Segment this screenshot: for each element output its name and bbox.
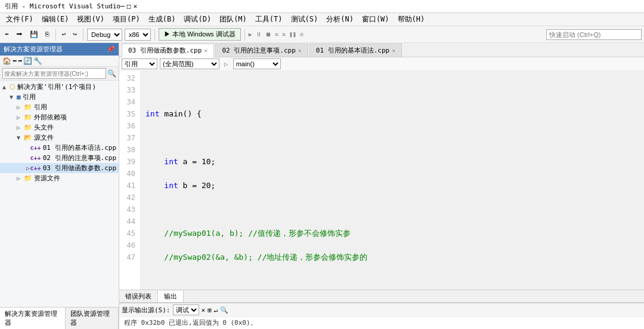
tab-bar: 03 引用做函数参数.cpp ✕ 02 引用的注意事项.cpp ✕ 01 引用的… <box>119 43 644 57</box>
tree-item-cpp03[interactable]: ▷ c++ 03 引用做函数参数.cpp <box>0 163 119 173</box>
scope-select[interactable]: 引用 <box>122 59 157 69</box>
search-icon[interactable]: 🔍 <box>107 69 116 78</box>
menu-build[interactable]: 生成(B) <box>145 13 179 26</box>
menu-debug[interactable]: 调试(D) <box>180 13 215 26</box>
output-source-select[interactable]: 调试 <box>173 305 199 315</box>
tree-label: 源文件 <box>34 133 54 142</box>
solution-icon: ⬡ <box>10 83 16 91</box>
maximize-btn[interactable]: □ <box>127 2 131 10</box>
cpp-icon: c++ <box>30 165 41 171</box>
tab-cpp03[interactable]: 03 引用做函数参数.cpp ✕ <box>122 44 214 57</box>
config-select[interactable]: Debug <box>87 29 122 41</box>
sidebar-sync-icon[interactable]: 🔄 <box>23 57 32 65</box>
tab-label: 01 引用的基本语法.cpp <box>316 46 389 55</box>
tree-label: 外部依赖项 <box>34 113 67 122</box>
code-line-36: int b = 20; <box>145 180 644 192</box>
code-editor[interactable]: int main() { int a = 10; int b = 20; //m… <box>141 71 644 290</box>
tree-item-source[interactable]: ▼ 📂 源文件 <box>0 133 119 143</box>
platform-select[interactable]: x86 <box>125 29 151 41</box>
tree-label: 引用 <box>34 103 47 112</box>
code-line-34 <box>145 132 644 144</box>
main-content: 解决方案资源管理器 📌 🏠 ⬅ ➡ 🔄 🔧 🔍 ▲ ⬡ 解决方案'引用'(1个项… <box>0 43 644 329</box>
sep2 <box>83 29 83 41</box>
output-find-icon[interactable]: 🔍 <box>220 306 228 314</box>
code-body: 32 33 34 35 36 37 38 39 40 41 42 43 44 4… <box>119 71 644 290</box>
tab-output[interactable]: 输出 <box>158 291 184 302</box>
tree-arrow: ▷ <box>17 104 24 110</box>
minimize-btn[interactable]: ─ <box>120 2 125 10</box>
sidebar-tab-solution[interactable]: 解决方案资源管理器 <box>0 308 66 329</box>
menu-file[interactable]: 文件(F) <box>2 13 37 26</box>
sidebar-nav-fwd-icon[interactable]: ➡ <box>18 57 22 65</box>
tab-errors[interactable]: 错误列表 <box>119 291 158 302</box>
output-area: 显示输出源(S): 调试 ✕ ⊞ ↵ 🔍 程序 0x32b0 已退出,返回值为 … <box>119 303 644 329</box>
tree-arrow: ▷ <box>26 165 30 171</box>
title-bar-icons: ─ □ ✕ <box>120 2 137 10</box>
menu-window[interactable]: 窗口(W) <box>358 13 393 26</box>
output-clear-icon[interactable]: ✕ <box>202 306 206 314</box>
tree-item-header[interactable]: ▷ 📁 头文件 <box>0 122 119 133</box>
run-button[interactable]: ▶ 本地 Windows 调试器 <box>159 28 241 41</box>
output-source-label: 显示输出源(S): <box>122 306 171 315</box>
tree-item-ext[interactable]: ▷ 📁 外部依赖项 <box>0 112 119 122</box>
tree-label: 头文件 <box>34 123 54 132</box>
method-select[interactable]: main() <box>233 59 281 69</box>
toolbar-new[interactable]: ⬅ <box>2 29 11 39</box>
tree-item-resource[interactable]: ▷ 📁 资源文件 <box>0 173 119 183</box>
tree-item-project[interactable]: ▼ ■ 引用 <box>0 92 119 102</box>
full-scope-select[interactable]: (全局范围) <box>160 59 219 69</box>
menu-team[interactable]: 团队(M) <box>216 13 250 26</box>
tab-close-icon[interactable]: ✕ <box>392 47 395 54</box>
menu-help[interactable]: 帮助(H) <box>394 13 429 26</box>
sidebar-nav-back-icon[interactable]: ⬅ <box>13 57 17 65</box>
quick-launch-input[interactable] <box>546 29 642 40</box>
folder-icon: 📂 <box>24 134 32 142</box>
tree-item-ref[interactable]: ▷ 📁 引用 <box>0 102 119 112</box>
nav-arrow: ▷ <box>224 60 228 68</box>
title-text: 引用 - Microsoft Visual Studio <box>5 2 120 11</box>
toolbar-undo[interactable]: ↩ <box>60 29 69 39</box>
toolbar-open[interactable]: ⮕ <box>14 29 25 39</box>
sidebar-header: 解决方案资源管理器 📌 <box>0 43 119 56</box>
menu-bar: 文件(F) 编辑(E) 视图(V) 项目(P) 生成(B) 调试(D) 团队(M… <box>0 13 644 26</box>
tree-arrow: ▼ <box>10 94 17 100</box>
menu-view[interactable]: 视图(V) <box>73 13 108 26</box>
tree-item-cpp02[interactable]: c++ 02 引用的注意事项.cpp <box>0 153 119 163</box>
sidebar-home-icon[interactable]: 🏠 <box>2 57 11 65</box>
tab-cpp02[interactable]: 02 引用的注意事项.cpp ✕ <box>215 44 308 57</box>
sep4 <box>244 29 245 41</box>
toolbar-redo[interactable]: ↪ <box>70 29 79 39</box>
toolbar-save[interactable]: 💾 <box>27 29 41 39</box>
toolbar-extra: ▶ ⏸ ⏹ ≡ ≡ ❚❚ ⊘ <box>249 31 304 38</box>
sidebar: 解决方案资源管理器 📌 🏠 ⬅ ➡ 🔄 🔧 🔍 ▲ ⬡ 解决方案'引用'(1个项… <box>0 43 119 329</box>
tab-cpp01[interactable]: 01 引用的基本语法.cpp ✕ <box>309 44 402 57</box>
tree-item-solution[interactable]: ▲ ⬡ 解决方案'引用'(1个项目) <box>0 82 119 92</box>
menu-project[interactable]: 项目(P) <box>109 13 144 26</box>
menu-tools[interactable]: 工具(T) <box>252 13 286 26</box>
menu-analyze[interactable]: 分析(N) <box>323 13 357 26</box>
menu-edit[interactable]: 编辑(E) <box>38 13 73 26</box>
tab-close-icon[interactable]: ✕ <box>298 47 302 54</box>
tree-label: 解决方案'引用'(1个项目) <box>17 82 96 91</box>
output-content: 程序 0x32b0 已退出,返回值为 0 (0x0)。 <box>119 317 644 328</box>
sidebar-filter-icon[interactable]: 🔧 <box>33 57 42 65</box>
tree-arrow: ▷ <box>17 114 24 121</box>
folder-icon: 📁 <box>24 124 32 131</box>
folder-icon: 📁 <box>24 113 32 121</box>
output-copy-icon[interactable]: ⊞ <box>208 306 212 314</box>
tree-area: ▲ ⬡ 解决方案'引用'(1个项目) ▼ ■ 引用 ▷ 📁 引用 ▷ 📁 外部依… <box>0 81 119 307</box>
close-btn[interactable]: ✕ <box>133 2 137 10</box>
sidebar-tab-team[interactable]: 团队资源管理器 <box>66 308 119 329</box>
sidebar-pin-icon[interactable]: 📌 <box>107 45 115 53</box>
toolbar-saveall[interactable]: ⎘ <box>43 29 52 39</box>
tree-label: 02 引用的注意事项.cpp <box>43 153 116 162</box>
code-line-35: int a = 10; <box>145 156 644 168</box>
toolbar: ⬅ ⮕ 💾 ⎘ ↩ ↪ Debug x86 ▶ 本地 Windows 调试器 ▶… <box>0 26 644 43</box>
project-icon: ■ <box>17 93 21 101</box>
output-wrap-icon[interactable]: ↵ <box>214 306 218 314</box>
tree-arrow: ▷ <box>17 175 24 182</box>
menu-test[interactable]: 测试(S) <box>287 13 322 26</box>
sidebar-search-input[interactable] <box>2 68 106 79</box>
tab-close-icon[interactable]: ✕ <box>204 47 208 54</box>
tree-item-cpp01[interactable]: c++ 01 引用的基本语法.cpp <box>0 143 119 153</box>
